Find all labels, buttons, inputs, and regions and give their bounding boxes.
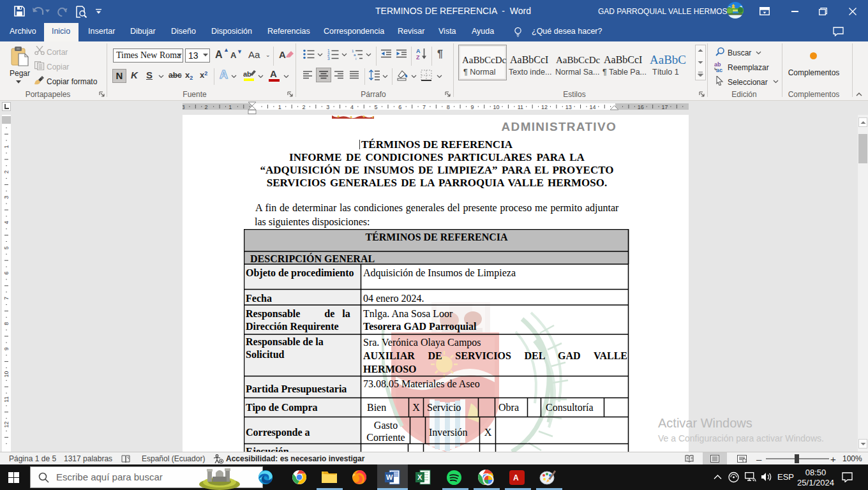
svg-text:10: 10: [3, 371, 10, 377]
svg-text:3: 3: [327, 56, 330, 61]
svg-text:6: 6: [3, 271, 10, 274]
svg-text:17: 17: [661, 104, 668, 110]
svg-text:3: 3: [183, 104, 184, 110]
svg-text:2: 2: [302, 104, 305, 110]
svg-text:1: 1: [3, 145, 10, 148]
svg-text:ac: ac: [716, 67, 722, 73]
svg-text:2: 2: [204, 104, 207, 110]
svg-text:10: 10: [493, 104, 500, 110]
svg-text:8: 8: [3, 322, 10, 325]
svg-text:9: 9: [470, 104, 474, 110]
svg-text:13: 13: [565, 104, 572, 110]
svg-text:3: 3: [326, 104, 329, 110]
svg-text:12: 12: [541, 104, 548, 110]
svg-text:16: 16: [638, 104, 644, 110]
svg-text:6: 6: [398, 104, 401, 110]
svg-text:W: W: [386, 473, 393, 481]
svg-text:12: 12: [3, 422, 10, 428]
svg-text:7: 7: [3, 297, 10, 300]
svg-text:2: 2: [3, 170, 10, 174]
svg-text:11: 11: [3, 396, 10, 402]
svg-text:i: i: [355, 57, 356, 60]
svg-text:Z: Z: [416, 54, 420, 60]
svg-text:4: 4: [3, 221, 10, 224]
svg-text:1: 1: [228, 104, 232, 110]
svg-text:8: 8: [447, 104, 450, 110]
svg-text:ab: ab: [243, 70, 251, 78]
svg-text:14: 14: [589, 104, 595, 110]
svg-text:11: 11: [518, 104, 523, 110]
svg-text:3: 3: [3, 196, 10, 199]
svg-text:A: A: [513, 473, 519, 482]
svg-text:X: X: [417, 473, 423, 481]
svg-text:7: 7: [423, 104, 426, 110]
svg-text:5: 5: [375, 104, 378, 110]
svg-text:A: A: [416, 48, 421, 54]
svg-text:4: 4: [350, 104, 354, 110]
svg-text:5: 5: [3, 246, 10, 249]
svg-text:9: 9: [3, 347, 10, 350]
svg-text:1: 1: [278, 104, 281, 110]
